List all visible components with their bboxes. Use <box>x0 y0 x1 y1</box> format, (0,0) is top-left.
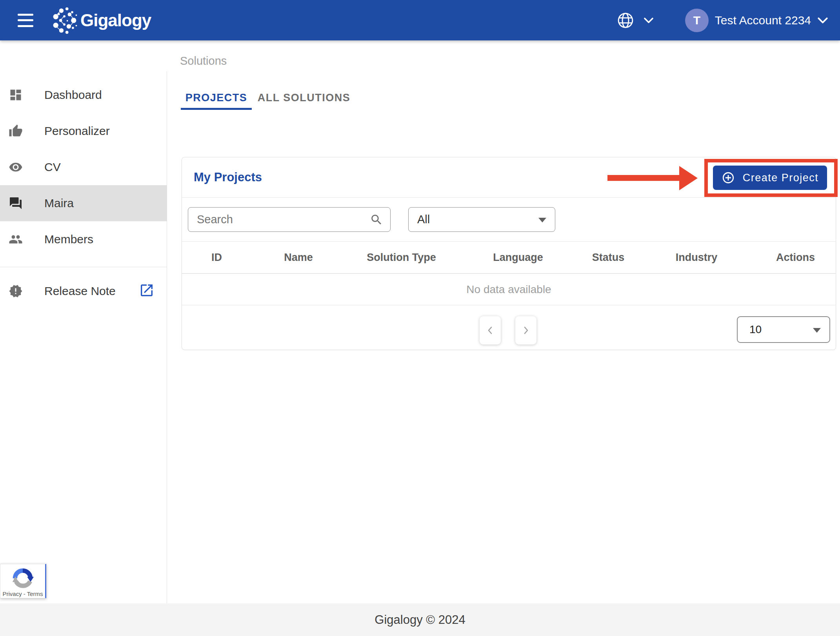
hamburger-icon[interactable] <box>18 14 33 27</box>
column-header-name: Name <box>251 251 345 264</box>
table-header-row: ID Name Solution Type Language Status In… <box>182 242 836 274</box>
card-title: My Projects <box>194 170 262 184</box>
search-box <box>188 207 391 232</box>
sidebar-item-label: Members <box>44 233 93 246</box>
dashboard-icon <box>9 88 23 102</box>
chevron-down-icon <box>643 15 655 26</box>
pagination-row: 10 <box>182 305 836 350</box>
sidebar-item-release-note[interactable]: Release Note <box>0 273 167 309</box>
sidebar-item-label: Maira <box>44 197 74 210</box>
sidebar-item-label: Personalizer <box>44 124 110 138</box>
my-projects-card: My Projects Create Project All ID <box>182 157 836 350</box>
account-menu[interactable]: T Test Account 2234 <box>685 9 829 32</box>
create-project-label: Create Project <box>743 172 819 184</box>
account-name: Test Account 2234 <box>715 14 811 27</box>
tab-projects[interactable]: PROJECTS <box>181 87 252 110</box>
sidebar-item-maira[interactable]: Maira <box>0 185 167 221</box>
column-header-status: Status <box>579 251 638 264</box>
dropdown-caret-icon <box>538 218 546 222</box>
eye-icon <box>9 160 23 174</box>
main-content: Solutions PROJECTS ALL SOLUTIONS My Proj… <box>167 40 840 603</box>
column-header-id: ID <box>182 251 251 264</box>
new-releases-icon <box>9 284 23 298</box>
chevron-left-icon <box>485 324 495 336</box>
sidebar-item-members[interactable]: Members <box>0 221 167 257</box>
brand-logo[interactable]: Gigalogy <box>50 5 151 35</box>
recaptcha-icon <box>11 566 35 590</box>
sidebar: Dashboard Personalizer CV Maira Members <box>0 40 167 603</box>
avatar: T <box>685 9 709 32</box>
sidebar-item-label: Dashboard <box>44 88 102 102</box>
sidebar-divider <box>0 267 167 267</box>
dropdown-caret-icon <box>813 328 821 333</box>
filter-value: All <box>417 213 430 226</box>
open-in-new-icon[interactable] <box>139 282 155 300</box>
column-header-industry: Industry <box>638 251 755 264</box>
language-menu[interactable] <box>617 12 655 29</box>
sidebar-item-personalizer[interactable]: Personalizer <box>0 113 167 149</box>
top-navbar: Gigalogy T Test Account 2234 <box>0 0 840 40</box>
column-header-actions: Actions <box>755 251 836 264</box>
privacy-terms-links[interactable]: Privacy - Terms <box>2 590 43 597</box>
previous-page-button[interactable] <box>480 316 501 344</box>
annotation-arrow <box>607 175 680 181</box>
chevron-right-icon <box>521 324 531 336</box>
page-footer: Gigalogy © 2024 <box>0 603 840 636</box>
create-project-button[interactable]: Create Project <box>713 166 827 190</box>
sidebar-item-cv[interactable]: CV <box>0 149 167 185</box>
empty-table-message: No data available <box>182 274 836 305</box>
page-size-select[interactable]: 10 <box>737 316 830 343</box>
search-input[interactable] <box>188 208 390 231</box>
solution-type-filter[interactable]: All <box>408 207 555 232</box>
thumb-up-icon <box>9 124 23 138</box>
globe-icon <box>617 12 634 29</box>
chevron-down-icon <box>816 14 829 27</box>
recaptcha-badge[interactable]: Privacy - Terms <box>0 564 46 598</box>
copyright-text: Gigalogy © 2024 <box>375 613 465 627</box>
brand-name: Gigalogy <box>80 11 151 30</box>
tab-bar: PROJECTS ALL SOLUTIONS <box>181 87 355 110</box>
breadcrumb: Solutions <box>180 55 227 67</box>
column-header-language: Language <box>457 251 579 264</box>
tab-all-solutions[interactable]: ALL SOLUTIONS <box>253 87 355 110</box>
plus-circle-icon <box>722 171 735 184</box>
sidebar-item-dashboard[interactable]: Dashboard <box>0 77 167 113</box>
filter-row: All <box>182 198 836 242</box>
next-page-button[interactable] <box>515 316 536 344</box>
annotation-arrow-head <box>679 166 698 190</box>
sidebar-item-label: CV <box>44 160 61 174</box>
gigalogy-logo-icon <box>50 5 80 35</box>
people-icon <box>9 232 23 246</box>
sidebar-item-label: Release Note <box>44 284 116 298</box>
card-header: My Projects Create Project <box>182 157 836 198</box>
page-size-value: 10 <box>749 323 762 336</box>
column-header-solution-type: Solution Type <box>345 251 457 264</box>
chat-icon <box>9 196 23 210</box>
search-icon <box>370 213 383 226</box>
